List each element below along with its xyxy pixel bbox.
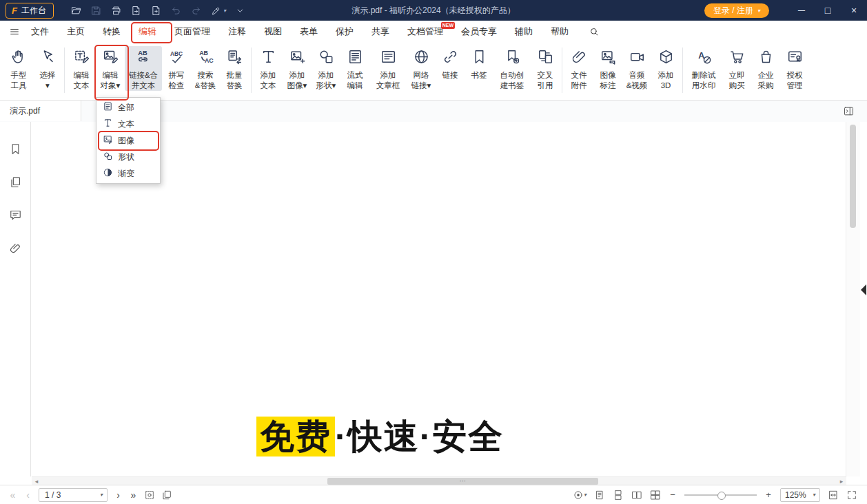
continuous-view-icon[interactable] xyxy=(613,490,624,501)
ribbon-button-link[interactable]: 链接 xyxy=(436,46,465,81)
ribbon-button-enterprise-purchase[interactable]: 企业 采购 xyxy=(751,46,780,91)
facing-continuous-view-icon[interactable] xyxy=(650,490,661,501)
attachments-panel-icon[interactable] xyxy=(9,242,22,258)
add-3d-icon xyxy=(657,48,675,68)
sign-pen-icon[interactable]: ▾ xyxy=(210,5,226,17)
redo-icon[interactable] xyxy=(190,5,202,17)
ribbon-button-edit-object[interactable]: 编辑 对象▾ xyxy=(96,46,125,91)
dropdown-item-image[interactable]: 图像 xyxy=(96,132,160,149)
ribbon-button-select[interactable]: 选择 ▾ xyxy=(33,46,62,91)
menu-item-page-management[interactable]: 页面管理 xyxy=(165,21,219,43)
svg-text:AB: AB xyxy=(138,50,147,56)
ribbon-button-delete-trial-watermark[interactable]: A 删除试 用水印 xyxy=(685,46,722,91)
menu-item-file[interactable]: 文件 xyxy=(22,21,58,43)
ribbon-button-file-attachment[interactable]: 文件 附件 xyxy=(564,46,593,91)
fit-page-icon[interactable] xyxy=(828,490,839,501)
dropdown-item-gradient[interactable]: 渐变 xyxy=(96,165,160,182)
foxit-logo: F xyxy=(12,6,17,16)
vscroll-thumb[interactable] xyxy=(850,125,856,228)
ribbon-button-add-3d[interactable]: 添加 3D xyxy=(651,46,680,91)
dropdown-item-all[interactable]: 全部 xyxy=(96,99,160,116)
add-article-box-icon xyxy=(380,48,397,68)
ribbon-button-spell-check[interactable]: ABC 拼写 检查 xyxy=(162,46,191,91)
hscroll-thumb[interactable]: ⋯ xyxy=(327,478,598,485)
create-pdf-icon[interactable] xyxy=(150,5,162,17)
menu-item-protect[interactable]: 保护 xyxy=(327,21,363,43)
open-file-icon[interactable] xyxy=(70,5,82,17)
page-number-combo[interactable]: 1 / 3 ▾ xyxy=(39,488,108,502)
zoom-level-combo[interactable]: 125% ▾ xyxy=(780,488,820,502)
ribbon-button-cross-reference[interactable]: 交叉 引用 xyxy=(531,46,560,91)
ribbon-button-bookmark[interactable]: 书签 xyxy=(465,46,493,81)
ribbon-button-hand-tool[interactable]: 手型 工具 xyxy=(4,46,33,91)
pages-panel-icon[interactable] xyxy=(9,176,22,191)
ribbon-button-edit-text[interactable]: 编辑 文本 xyxy=(67,46,96,91)
ribbon-button-web-link[interactable]: 网络 链接▾ xyxy=(407,46,436,91)
menu-item-comment[interactable]: 注释 xyxy=(219,21,255,43)
ribbon-button-flow-edit[interactable]: 流式 编辑 xyxy=(340,46,369,91)
menu-item-share[interactable]: 共享 xyxy=(363,21,398,43)
login-register-button[interactable]: 登录 / 注册 ▾ xyxy=(704,3,769,18)
first-page-button[interactable]: « xyxy=(8,490,17,501)
ribbon-button-add-article-box[interactable]: 添加 文章框 xyxy=(369,46,407,91)
ribbon-button-image-annotation[interactable]: 图像 标注 xyxy=(593,46,622,91)
ribbon-button-auto-bookmark[interactable]: 自动创 建书签 xyxy=(493,46,531,91)
clipboard-icon[interactable] xyxy=(161,490,172,501)
ribbon-button-buy-now[interactable]: 立即 购买 xyxy=(722,46,751,91)
menu-item-membership[interactable]: 会员专享 xyxy=(452,21,506,43)
ribbon-button-link-merge-text[interactable]: AB 链接&合 并文本 xyxy=(125,46,162,91)
workspace-button[interactable]: F 工作台 xyxy=(6,3,54,19)
toolbar-more-icon[interactable] xyxy=(234,5,246,17)
snapshot-icon[interactable] xyxy=(144,490,155,501)
ribbon-button-license-management[interactable]: 授权 管理 xyxy=(780,46,809,91)
text-object-icon xyxy=(103,118,113,130)
ribbon-button-audio-video[interactable]: 音频 &视频 xyxy=(622,46,651,91)
menu-item-doc-management[interactable]: 文档管理 NEW xyxy=(398,21,452,43)
menu-search-icon[interactable] xyxy=(589,26,600,37)
ribbon-button-batch-replace[interactable]: 批量 替换 xyxy=(220,46,249,91)
menu-item-help[interactable]: 帮助 xyxy=(542,21,578,43)
export-pdf-icon[interactable] xyxy=(130,5,142,17)
ribbon-button-add-text[interactable]: 添加 文本 xyxy=(254,46,283,91)
panel-toggle-icon[interactable] xyxy=(843,105,855,117)
single-page-view-icon[interactable] xyxy=(594,490,605,501)
facing-view-icon[interactable] xyxy=(631,490,642,501)
prev-page-button[interactable]: ‹ xyxy=(23,490,32,501)
fullscreen-icon[interactable] xyxy=(846,490,857,501)
image-annotation-icon xyxy=(600,48,617,68)
zoom-slider-knob[interactable] xyxy=(717,492,726,500)
maximize-button[interactable]: □ xyxy=(815,0,841,21)
zoom-in-button[interactable]: + xyxy=(764,490,773,500)
menu-item-edit[interactable]: 编辑 xyxy=(130,21,165,43)
zoom-out-button[interactable]: − xyxy=(669,490,677,500)
last-page-button[interactable]: » xyxy=(129,490,138,501)
web-link-icon xyxy=(413,48,430,68)
menu-item-accessibility[interactable]: 辅助 xyxy=(506,21,542,43)
right-panel-handle[interactable] xyxy=(861,284,866,295)
svg-text:AB: AB xyxy=(199,50,208,56)
zoom-slider[interactable] xyxy=(684,490,757,500)
menu-item-view[interactable]: 视图 xyxy=(255,21,291,43)
vertical-scrollbar[interactable] xyxy=(846,122,860,476)
hamburger-menu-icon[interactable] xyxy=(9,26,20,37)
view-mode-icon[interactable]: ▾ xyxy=(573,490,586,501)
save-icon[interactable] xyxy=(90,5,102,17)
document-tab[interactable]: 演示.pdf xyxy=(0,101,81,121)
minimize-button[interactable]: ─ xyxy=(788,0,815,21)
menu-item-home[interactable]: 主页 xyxy=(58,21,94,43)
ribbon-divider xyxy=(562,48,562,93)
undo-icon[interactable] xyxy=(170,5,182,17)
dropdown-item-text[interactable]: 文本 xyxy=(96,116,160,132)
menu-item-convert[interactable]: 转换 xyxy=(94,21,130,43)
ribbon-button-add-shape[interactable]: 添加 形状▾ xyxy=(312,46,340,91)
bookmarks-panel-icon[interactable] xyxy=(9,143,22,158)
menu-item-form[interactable]: 表单 xyxy=(291,21,327,43)
comments-panel-icon[interactable] xyxy=(9,209,22,224)
ribbon-button-add-image[interactable]: 添加 图像▾ xyxy=(283,46,312,91)
next-page-button[interactable]: › xyxy=(114,490,123,501)
ribbon-button-search-replace[interactable]: ABAC 搜索 &替换 xyxy=(191,46,220,91)
edit-text-icon xyxy=(73,48,90,68)
print-icon[interactable] xyxy=(110,5,122,17)
close-button[interactable]: × xyxy=(841,0,867,21)
dropdown-item-shape[interactable]: 形状 xyxy=(96,149,160,165)
